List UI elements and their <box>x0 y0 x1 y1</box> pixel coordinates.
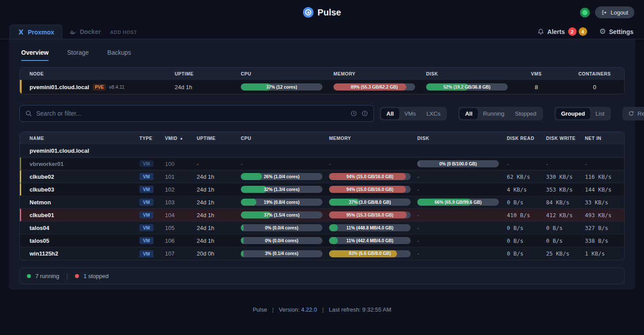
guest-col-header-type[interactable]: TYPE <box>139 136 165 141</box>
guest-row-clkube03[interactable]: clkube03VM10224d 1h32% (1.3/4 cores)94% … <box>20 183 624 196</box>
summary-divider: | <box>66 272 68 280</box>
view-mode-list[interactable]: List <box>590 108 610 119</box>
usage-bar: 0% (0.0/4 cores) <box>241 237 322 244</box>
add-host-button[interactable]: ADD HOST <box>110 30 137 35</box>
alert-badge-warning[interactable]: 4 <box>579 27 587 36</box>
guest-col-header-memory[interactable]: MEMORY <box>329 136 417 141</box>
guest-disk-cell-empty: - <box>417 250 419 257</box>
health-accent-bar <box>20 158 21 170</box>
guest-row-talos04[interactable]: talos04VM10524d 1h0% (0.0/4 cores)11% (4… <box>20 222 624 234</box>
guest-row-vbrworker01[interactable]: vbrworker01VM100---0% (0 B/100.0 GB)--- <box>20 158 624 170</box>
guest-col-header-name[interactable]: NAME <box>20 136 139 141</box>
search-box[interactable] <box>19 105 374 122</box>
guest-uptime: 24d 1h <box>197 212 214 218</box>
guest-type-badge: VM <box>139 186 154 193</box>
type-filter-vms[interactable]: VMs <box>399 108 421 119</box>
guest-vmid: 104 <box>165 212 175 218</box>
usage-bar: 66% (65.9 GB/99.6 GB) <box>417 199 499 206</box>
type-filter-group: All VMs LXCs <box>380 107 447 120</box>
usage-bar: 95% (15.3 GB/16.0 GB) <box>329 211 411 218</box>
usage-bar: 83% (6.6 GB/8.0 GB) <box>329 250 411 257</box>
usage-bar-label: 0% (0 B/100.0 GB) <box>417 160 499 167</box>
guest-table-header: NAMETYPEVMID▲UPTIMECPUMEMORYDISKDISK REA… <box>20 132 624 144</box>
guest-col-header-net-in[interactable]: NET IN <box>585 136 624 141</box>
guest-disk-cell-empty: - <box>417 186 419 193</box>
usage-bar-label: 0% (0.0/4 cores) <box>241 237 322 244</box>
info-icon[interactable] <box>361 110 368 117</box>
status-filter-group: All Running Stopped <box>458 107 543 120</box>
guest-name: talos05 <box>30 237 49 244</box>
usage-bar-label: 89% (55.3 GB/62.2 GB) <box>333 83 415 90</box>
guest-row-Netmon[interactable]: NetmonVM10324d 1h19% (0.8/4 cores)37% (3… <box>20 196 624 209</box>
guest-col-header-disk[interactable]: DISK <box>417 136 507 141</box>
tab-storage[interactable]: Storage <box>67 49 89 61</box>
guest-disk-cell: 0% (0 B/100.0 GB) <box>417 160 507 167</box>
guest-disk-read: 0 B/s <box>507 225 524 231</box>
view-mode-grouped[interactable]: Grouped <box>556 108 590 119</box>
guest-uptime: 24d 1h <box>197 186 214 193</box>
guest-row-clkube01[interactable]: clkube01VM10424d 1h37% (1.5/4 cores)95% … <box>20 209 624 222</box>
guest-name: win1125h2 <box>30 250 58 257</box>
usage-bar: 11% (442.4 MB/4.0 GB) <box>329 237 411 244</box>
tab-proxmox[interactable]: Proxmox <box>10 25 62 39</box>
guest-disk-read: 4 KB/s <box>507 186 527 193</box>
guest-type-badge: VM <box>139 237 154 244</box>
guest-col-header-cpu[interactable]: CPU <box>241 136 329 141</box>
guest-disk-cell-empty: - <box>417 173 419 180</box>
guest-net-in: - <box>585 161 587 167</box>
node-group-row[interactable]: pvemini01.cloud.local <box>20 144 624 158</box>
type-filter-lxcs[interactable]: LXCs <box>421 108 446 119</box>
logout-button[interactable]: Logout <box>595 7 634 19</box>
guest-disk-cell-empty: - <box>417 237 419 244</box>
guest-disk-cell: 66% (65.9 GB/99.6 GB) <box>417 199 507 206</box>
guest-vmid: 103 <box>165 199 175 206</box>
guest-cpu-cell: 0% (0.0/4 cores) <box>241 237 329 244</box>
guest-row-talos05[interactable]: talos05VM10624d 1h0% (0.0/4 cores)11% (4… <box>20 234 624 247</box>
guest-name: clkube02 <box>30 173 54 180</box>
stopped-count: 1 stopped <box>83 273 109 279</box>
guest-col-header-disk-read[interactable]: DISK READ <box>507 136 546 141</box>
search-icon <box>25 110 32 117</box>
settings-button[interactable]: ⚙ Settings <box>599 28 633 35</box>
tab-overview[interactable]: Overview <box>21 49 49 61</box>
alerts-label: Alerts <box>547 28 565 35</box>
guest-disk-cell-empty: - <box>417 225 419 231</box>
tab-backups[interactable]: Backups <box>107 49 131 61</box>
status-filter-stopped[interactable]: Stopped <box>509 108 541 119</box>
app-title: Pulse <box>318 8 341 18</box>
guest-disk-read: 62 KB/s <box>507 173 530 180</box>
node-row[interactable]: pvemini01.cloud.local PVE v8.4.11 24d 1h… <box>20 80 624 94</box>
alert-badge-critical[interactable]: 2 <box>568 27 577 36</box>
node-summary-table: NODE UPTIME CPU MEMORY DISK VMS CONTAINE… <box>19 67 625 94</box>
guest-row-win1125h2[interactable]: win1125h2VM10720d 0h3% (0.1/4 cores)83% … <box>20 247 624 260</box>
usage-bar: 37% (1.5/4 cores) <box>241 211 322 218</box>
alerts-button[interactable]: Alerts 2 4 <box>537 27 587 36</box>
docker-icon <box>70 29 76 35</box>
clock-icon[interactable] <box>350 110 357 117</box>
reset-label: Reset <box>637 110 644 117</box>
reset-button[interactable]: Reset <box>622 107 644 120</box>
type-filter-all[interactable]: All <box>381 108 399 119</box>
usage-bar-label: 37% (12 cores) <box>241 83 322 90</box>
guest-net-in: 116 KB/s <box>585 173 611 180</box>
guest-col-header-disk-write[interactable]: DISK WRITE <box>546 136 585 141</box>
guest-col-header-vmid[interactable]: VMID▲ <box>165 136 197 141</box>
status-filter-running[interactable]: Running <box>478 108 509 119</box>
guest-type-badge: VM <box>139 199 154 206</box>
guest-vmid: 100 <box>165 161 175 167</box>
footer-version-link[interactable]: 4.22.0 <box>301 306 317 313</box>
guest-cpu-cell: 32% (1.3/4 cores) <box>241 186 329 193</box>
node-name[interactable]: pvemini01.cloud.local <box>30 84 89 90</box>
usage-bar-label: 0% (0.0/4 cores) <box>241 224 322 231</box>
guest-cpu-cell: 0% (0.0/4 cores) <box>241 224 329 231</box>
guest-col-header-uptime[interactable]: UPTIME <box>197 136 241 141</box>
guest-row-clkube02[interactable]: clkube02VM10124d 1h26% (1.0/4 cores)94% … <box>20 170 624 183</box>
guest-memory-cell: 11% (448.8 MB/4.0 GB) <box>329 224 417 231</box>
tab-docker-label: Docker <box>80 28 101 35</box>
usage-bar-label: 37% (1.5/4 cores) <box>241 211 322 218</box>
tab-docker[interactable]: Docker <box>62 25 108 39</box>
guest-table: NAMETYPEVMID▲UPTIMECPUMEMORYDISKDISK REA… <box>19 132 625 260</box>
guest-name: Netmon <box>30 199 51 206</box>
search-input[interactable] <box>36 110 346 117</box>
status-filter-all[interactable]: All <box>460 108 478 119</box>
